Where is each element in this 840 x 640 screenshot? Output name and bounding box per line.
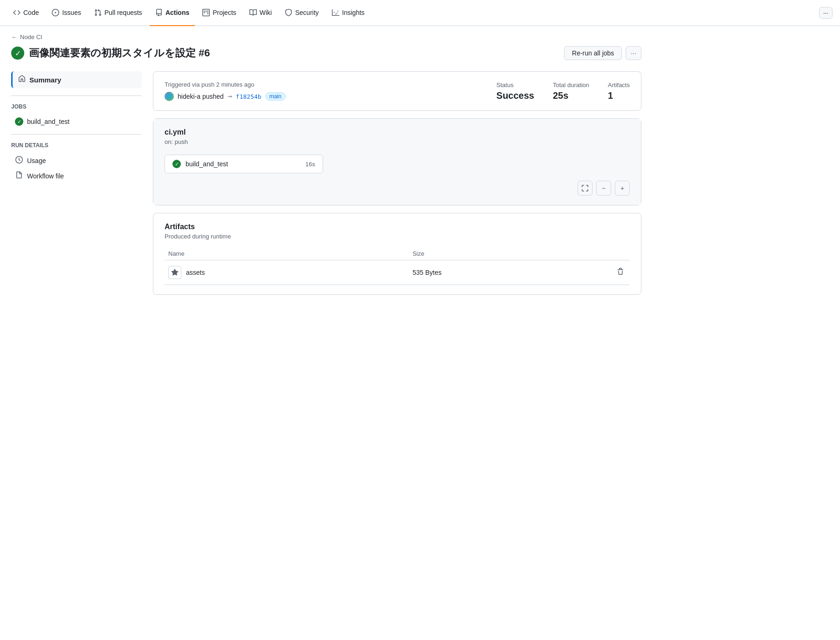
artifact-delete-button[interactable] [615,266,626,279]
usage-label: Usage [27,157,46,164]
workflow-card: ci.yml on: push ✓ build_and_test 16s − [153,118,641,205]
projects-icon [202,9,210,16]
artifacts-table: Name Size [165,247,630,285]
more-options-button[interactable]: ··· [626,46,641,60]
artifact-name-text[interactable]: assets [186,269,205,276]
artifact-delete-cell [611,260,630,285]
nav-security-label: Security [295,9,319,16]
nav-wiki-label: Wiki [260,9,272,16]
code-icon [13,9,21,16]
commit-info: 🌐 hideki-a pushed ⊸ f18254b main [165,92,478,101]
pusher-avatar: 🌐 [165,92,174,101]
page-header: ✓ 画像関連要素の初期スタイルを設定 #6 Re-run all jobs ··… [11,46,641,60]
status-card-content: Triggered via push 2 minutes ago 🌐 hidek… [153,72,641,110]
rerun-all-jobs-button[interactable]: Re-run all jobs [564,46,622,60]
page-title-area: ✓ 画像関連要素の初期スタイルを設定 #6 [11,46,210,60]
nav-insights[interactable]: Insights [326,0,370,26]
sidebar-divider-2 [11,134,142,135]
top-navigation: Code Issues Pull requests Actions Projec… [0,0,840,26]
job-box-duration: 16s [305,161,315,168]
status-card: Triggered via push 2 minutes ago 🌐 hidek… [153,71,641,111]
artifacts-size-header: Size [409,247,611,260]
nav-pull-requests[interactable]: Pull requests [89,0,148,26]
nav-actions-label: Actions [165,9,189,16]
nav-pull-requests-label: Pull requests [104,9,142,16]
main-panel: Triggered via push 2 minutes ago 🌐 hidek… [153,71,641,295]
sidebar-workflow-file-item[interactable]: Workflow file [11,169,142,183]
content-layout: Summary Jobs ✓ build_and_test Run detail… [11,71,641,295]
zoom-in-button[interactable]: + [615,181,630,196]
artifact-row: assets 535 Bytes [165,260,630,285]
plus-icon: + [620,184,624,192]
nav-actions[interactable]: Actions [150,0,195,26]
nav-insights-label: Insights [342,9,365,16]
job-box[interactable]: ✓ build_and_test 16s [165,155,323,173]
main-content: ← Node CI ✓ 画像関連要素の初期スタイルを設定 #6 Re-run a… [0,26,653,302]
minus-icon: − [602,184,606,192]
wiki-icon [249,9,257,16]
pusher-name: hideki-a pushed [178,93,224,100]
artifact-name-content: assets [168,266,405,279]
nav-projects[interactable]: Projects [197,0,242,26]
status-value: Success [496,90,534,101]
sidebar: Summary Jobs ✓ build_and_test Run detail… [11,71,142,295]
job-success-badge: ✓ [15,117,23,126]
nav-security[interactable]: Security [279,0,324,26]
nav-wiki[interactable]: Wiki [244,0,277,26]
artifact-box-icon [168,266,181,279]
status-label: Status [496,82,534,89]
duration-column: Total duration 25s [553,82,589,101]
artifacts-label: Artifacts [608,82,630,89]
sidebar-summary-item[interactable]: Summary [11,71,142,88]
artifacts-subtitle: Produced during runtime [165,233,630,240]
expand-button[interactable] [578,181,592,196]
breadcrumb: ← Node CI [11,34,641,41]
commit-hash-link[interactable]: f18254b [236,93,262,100]
workflow-card-content: ci.yml on: push ✓ build_and_test 16s − [153,119,641,205]
nav-more-button[interactable]: ··· [819,7,833,19]
duration-value: 25s [553,90,589,101]
artifacts-card-content: Artifacts Produced during runtime Name S… [153,213,641,294]
artifacts-name-header: Name [165,247,409,260]
artifacts-count: 1 [608,90,630,101]
workflow-success-icon: ✓ [11,47,24,60]
trigger-text: Triggered via push 2 minutes ago [165,81,478,88]
clock-icon [15,156,23,165]
sidebar-job-build-and-test[interactable]: ✓ build_and_test [11,115,142,129]
jobs-section-label: Jobs [11,102,142,112]
nav-issues-label: Issues [62,9,81,16]
header-actions: Re-run all jobs ··· [564,46,641,60]
job-name-label: build_and_test [27,118,69,125]
sidebar-usage-item[interactable]: Usage [11,153,142,168]
artifacts-table-body: assets 535 Bytes [165,260,630,285]
nav-issues[interactable]: Issues [46,0,86,26]
artifact-name-cell: assets [165,260,409,285]
status-column: Status Success [496,82,534,101]
artifacts-table-header: Name Size [165,247,630,260]
zoom-out-button[interactable]: − [596,181,611,196]
branch-badge[interactable]: main [265,92,286,101]
nav-code-label: Code [23,9,39,16]
nav-projects-label: Projects [213,9,236,16]
run-details-section-label: Run details [11,140,142,150]
workflow-trigger: on: push [165,138,630,145]
page-title: 画像関連要素の初期スタイルを設定 #6 [29,46,210,60]
summary-label: Summary [29,76,61,84]
artifacts-title: Artifacts [165,223,630,231]
commit-key-icon: ⊸ [227,93,232,100]
breadcrumb-text[interactable]: Node CI [20,34,42,41]
trigger-info: Triggered via push 2 minutes ago 🌐 hidek… [165,81,478,101]
workflow-controls: − + [165,181,630,196]
workflow-file-label: Workflow file [27,172,64,180]
nav-code[interactable]: Code [7,0,44,26]
job-box-name: build_and_test [186,160,301,168]
issues-icon [52,9,59,16]
job-box-success-icon: ✓ [172,160,181,168]
home-icon [18,75,26,84]
back-arrow-icon: ← [11,34,17,41]
duration-label: Total duration [553,82,589,89]
artifacts-card: Artifacts Produced during runtime Name S… [153,213,641,295]
sidebar-divider-1 [11,95,142,96]
artifact-size-cell: 535 Bytes [409,260,611,285]
workflow-file-icon [15,171,23,180]
